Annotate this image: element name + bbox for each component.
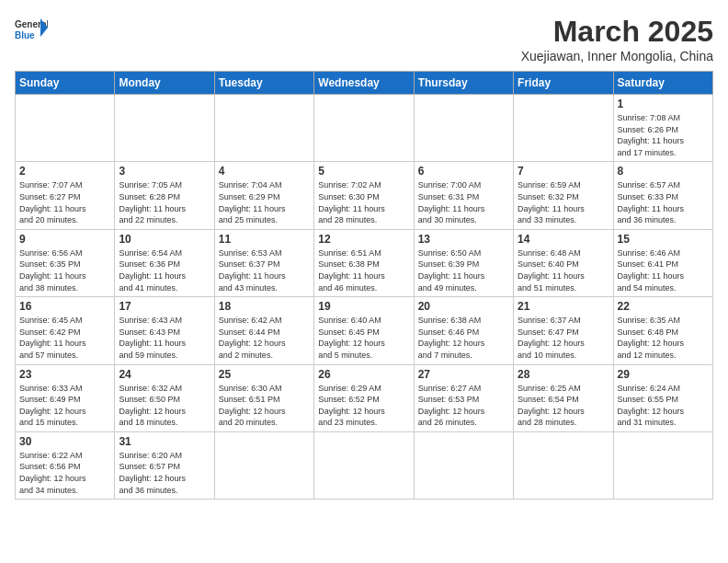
day-number: 27	[418, 368, 509, 381]
day-number: 24	[119, 368, 210, 381]
day-number: 25	[219, 368, 310, 381]
day-info: Sunrise: 6:30 AM Sunset: 6:51 PM Dayligh…	[219, 383, 310, 429]
day-info: Sunrise: 6:50 AM Sunset: 6:39 PM Dayligh…	[418, 247, 509, 293]
day-number: 14	[518, 233, 609, 246]
week-row-2: 2Sunrise: 7:07 AM Sunset: 6:27 PM Daylig…	[16, 162, 713, 229]
empty-cell	[613, 431, 712, 499]
day-number: 11	[219, 233, 310, 246]
week-row-5: 23Sunrise: 6:33 AM Sunset: 6:49 PM Dayli…	[16, 364, 713, 431]
day-number: 15	[618, 233, 709, 246]
day-cell-7: 7Sunrise: 6:59 AM Sunset: 6:32 PM Daylig…	[514, 162, 613, 229]
day-info: Sunrise: 6:46 AM Sunset: 6:41 PM Dayligh…	[618, 247, 709, 293]
day-info: Sunrise: 6:54 AM Sunset: 6:36 PM Dayligh…	[119, 247, 210, 293]
day-number: 2	[19, 165, 110, 178]
day-info: Sunrise: 6:48 AM Sunset: 6:40 PM Dayligh…	[518, 247, 609, 293]
day-cell-27: 27Sunrise: 6:27 AM Sunset: 6:53 PM Dayli…	[414, 364, 513, 431]
empty-cell	[514, 431, 613, 499]
day-number: 18	[219, 300, 310, 313]
day-info: Sunrise: 7:08 AM Sunset: 6:26 PM Dayligh…	[618, 112, 709, 158]
weekday-header-wednesday: Wednesday	[314, 72, 414, 95]
day-number: 6	[418, 165, 509, 178]
empty-cell	[314, 431, 414, 499]
day-number: 30	[19, 435, 110, 448]
weekday-header-sunday: Sunday	[16, 72, 115, 95]
day-cell-29: 29Sunrise: 6:24 AM Sunset: 6:55 PM Dayli…	[613, 364, 712, 431]
page-header: General Blue March 2025 Xuejiawan, Inner…	[15, 15, 713, 63]
day-info: Sunrise: 6:24 AM Sunset: 6:55 PM Dayligh…	[618, 383, 709, 429]
day-cell-6: 6Sunrise: 7:00 AM Sunset: 6:31 PM Daylig…	[414, 162, 513, 229]
day-number: 29	[618, 368, 709, 381]
day-number: 20	[418, 300, 509, 313]
day-number: 8	[618, 165, 709, 178]
day-cell-16: 16Sunrise: 6:45 AM Sunset: 6:42 PM Dayli…	[16, 297, 115, 364]
day-info: Sunrise: 6:43 AM Sunset: 6:43 PM Dayligh…	[119, 315, 210, 361]
day-number: 22	[618, 300, 709, 313]
day-cell-20: 20Sunrise: 6:38 AM Sunset: 6:46 PM Dayli…	[414, 297, 513, 364]
day-cell-31: 31Sunrise: 6:20 AM Sunset: 6:57 PM Dayli…	[115, 431, 214, 499]
empty-cell	[414, 95, 513, 162]
day-info: Sunrise: 7:00 AM Sunset: 6:31 PM Dayligh…	[418, 179, 509, 225]
calendar-table: SundayMondayTuesdayWednesdayThursdayFrid…	[15, 71, 713, 500]
day-cell-23: 23Sunrise: 6:33 AM Sunset: 6:49 PM Dayli…	[16, 364, 115, 431]
day-info: Sunrise: 7:05 AM Sunset: 6:28 PM Dayligh…	[119, 179, 210, 225]
day-cell-28: 28Sunrise: 6:25 AM Sunset: 6:54 PM Dayli…	[514, 364, 613, 431]
day-info: Sunrise: 6:51 AM Sunset: 6:38 PM Dayligh…	[318, 247, 409, 293]
day-number: 28	[518, 368, 609, 381]
day-info: Sunrise: 6:35 AM Sunset: 6:48 PM Dayligh…	[618, 315, 709, 361]
day-number: 17	[119, 300, 210, 313]
day-cell-3: 3Sunrise: 7:05 AM Sunset: 6:28 PM Daylig…	[115, 162, 214, 229]
title-block: March 2025 Xuejiawan, Inner Mongolia, Ch…	[521, 15, 713, 63]
day-cell-22: 22Sunrise: 6:35 AM Sunset: 6:48 PM Dayli…	[613, 297, 712, 364]
day-cell-12: 12Sunrise: 6:51 AM Sunset: 6:38 PM Dayli…	[314, 229, 414, 296]
day-cell-18: 18Sunrise: 6:42 AM Sunset: 6:44 PM Dayli…	[214, 297, 313, 364]
day-info: Sunrise: 6:42 AM Sunset: 6:44 PM Dayligh…	[219, 315, 310, 361]
day-cell-9: 9Sunrise: 6:56 AM Sunset: 6:35 PM Daylig…	[16, 229, 115, 296]
weekday-header-saturday: Saturday	[613, 72, 712, 95]
day-number: 1	[618, 98, 709, 110]
week-row-4: 16Sunrise: 6:45 AM Sunset: 6:42 PM Dayli…	[16, 297, 713, 364]
logo-icon: General Blue	[15, 15, 48, 40]
day-number: 26	[318, 368, 409, 381]
location-title: Xuejiawan, Inner Mongolia, China	[521, 49, 713, 63]
day-cell-10: 10Sunrise: 6:54 AM Sunset: 6:36 PM Dayli…	[115, 229, 214, 296]
day-info: Sunrise: 6:38 AM Sunset: 6:46 PM Dayligh…	[418, 315, 509, 361]
weekday-header-tuesday: Tuesday	[214, 72, 313, 95]
day-number: 3	[119, 165, 210, 178]
day-info: Sunrise: 7:04 AM Sunset: 6:29 PM Dayligh…	[219, 179, 310, 225]
day-cell-24: 24Sunrise: 6:32 AM Sunset: 6:50 PM Dayli…	[115, 364, 214, 431]
day-number: 5	[318, 165, 409, 178]
weekday-header-row: SundayMondayTuesdayWednesdayThursdayFrid…	[16, 72, 713, 95]
day-cell-11: 11Sunrise: 6:53 AM Sunset: 6:37 PM Dayli…	[214, 229, 313, 296]
day-cell-2: 2Sunrise: 7:07 AM Sunset: 6:27 PM Daylig…	[16, 162, 115, 229]
empty-cell	[115, 95, 214, 162]
empty-cell	[16, 95, 115, 162]
day-cell-21: 21Sunrise: 6:37 AM Sunset: 6:47 PM Dayli…	[514, 297, 613, 364]
weekday-header-friday: Friday	[514, 72, 613, 95]
day-info: Sunrise: 6:33 AM Sunset: 6:49 PM Dayligh…	[19, 383, 110, 429]
day-info: Sunrise: 6:29 AM Sunset: 6:52 PM Dayligh…	[318, 383, 409, 429]
empty-cell	[214, 431, 313, 499]
day-number: 23	[19, 368, 110, 381]
day-info: Sunrise: 6:40 AM Sunset: 6:45 PM Dayligh…	[318, 315, 409, 361]
day-number: 19	[318, 300, 409, 313]
day-info: Sunrise: 7:07 AM Sunset: 6:27 PM Dayligh…	[19, 179, 110, 225]
day-info: Sunrise: 6:22 AM Sunset: 6:56 PM Dayligh…	[19, 450, 110, 496]
empty-cell	[214, 95, 313, 162]
day-info: Sunrise: 6:37 AM Sunset: 6:47 PM Dayligh…	[518, 315, 609, 361]
day-cell-30: 30Sunrise: 6:22 AM Sunset: 6:56 PM Dayli…	[16, 431, 115, 499]
day-cell-26: 26Sunrise: 6:29 AM Sunset: 6:52 PM Dayli…	[314, 364, 414, 431]
day-cell-19: 19Sunrise: 6:40 AM Sunset: 6:45 PM Dayli…	[314, 297, 414, 364]
day-cell-14: 14Sunrise: 6:48 AM Sunset: 6:40 PM Dayli…	[514, 229, 613, 296]
day-cell-15: 15Sunrise: 6:46 AM Sunset: 6:41 PM Dayli…	[613, 229, 712, 296]
weekday-header-thursday: Thursday	[414, 72, 513, 95]
day-number: 13	[418, 233, 509, 246]
day-cell-13: 13Sunrise: 6:50 AM Sunset: 6:39 PM Dayli…	[414, 229, 513, 296]
day-info: Sunrise: 6:20 AM Sunset: 6:57 PM Dayligh…	[119, 450, 210, 496]
day-number: 10	[119, 233, 210, 246]
day-cell-4: 4Sunrise: 7:04 AM Sunset: 6:29 PM Daylig…	[214, 162, 313, 229]
weekday-header-monday: Monday	[115, 72, 214, 95]
empty-cell	[514, 95, 613, 162]
day-cell-17: 17Sunrise: 6:43 AM Sunset: 6:43 PM Dayli…	[115, 297, 214, 364]
day-number: 7	[518, 165, 609, 178]
day-info: Sunrise: 7:02 AM Sunset: 6:30 PM Dayligh…	[318, 179, 409, 225]
